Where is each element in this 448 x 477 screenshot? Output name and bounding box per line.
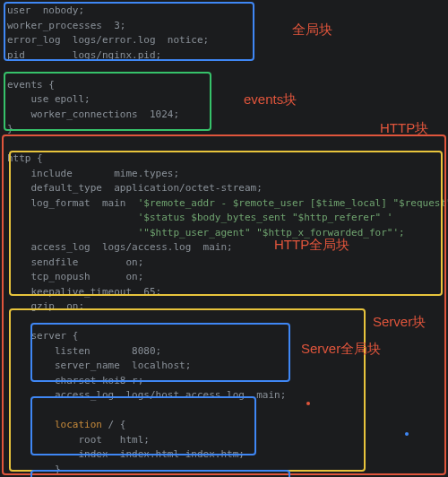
events-l2: use epoll; bbox=[7, 93, 90, 105]
srv-l8: index index.html index.htm; bbox=[7, 448, 245, 460]
srv-l2: listen 8080; bbox=[7, 345, 161, 357]
srv-l1: server { bbox=[7, 330, 78, 342]
httpg-l8: tcp_nopush on; bbox=[7, 271, 143, 282]
global-l4: pid logs/nginx.pid; bbox=[7, 49, 161, 61]
httpg-l3a: log_format main bbox=[7, 197, 138, 209]
httpg-l4: '$status $body_bytes_sent "$http_referer… bbox=[7, 212, 392, 223]
code-area: user nobody; worker_processes 3; error_l… bbox=[0, 0, 448, 477]
httpg-l1: include mime.types; bbox=[7, 168, 179, 179]
httpg-l2: default_type application/octet-stream; bbox=[7, 182, 263, 194]
httpg-l9: keepalive_timeout 65; bbox=[7, 286, 161, 298]
events-l3: worker_connections 1024; bbox=[7, 108, 179, 120]
srv-l7: root html; bbox=[7, 434, 150, 446]
srv-l3: server_name localhost; bbox=[7, 360, 191, 371]
httpg-l5: '"$http_user_agent" "$http_x_forwarded_f… bbox=[7, 227, 405, 238]
httpg-l6: access_log logs/access.log main; bbox=[7, 241, 233, 253]
httpg-l10: gzip on; bbox=[7, 300, 84, 312]
srv-l9: } bbox=[7, 464, 61, 475]
srv-l6b: location bbox=[55, 419, 102, 430]
http-open: http { bbox=[7, 152, 43, 164]
global-l1: user nobody; bbox=[7, 4, 84, 16]
events-l1: events { bbox=[7, 79, 55, 91]
global-l2: worker_processes 3; bbox=[7, 20, 125, 31]
srv-l6c: / { bbox=[102, 419, 126, 430]
nginx-conf-code: user nobody; worker_processes 3; error_l… bbox=[7, 4, 448, 477]
srv-l5: access_log logs/host.access.log main; bbox=[7, 389, 286, 401]
httpg-l7: sendfile on; bbox=[7, 256, 143, 268]
httpg-l3b: '$remote_addr - $remote_user [$time_loca… bbox=[138, 197, 448, 209]
global-l3: error_log logs/error.log notice; bbox=[7, 34, 209, 46]
events-l4: } bbox=[7, 123, 13, 134]
srv-l4: charset koi8-r; bbox=[7, 375, 143, 386]
srv-l6a bbox=[7, 419, 55, 430]
